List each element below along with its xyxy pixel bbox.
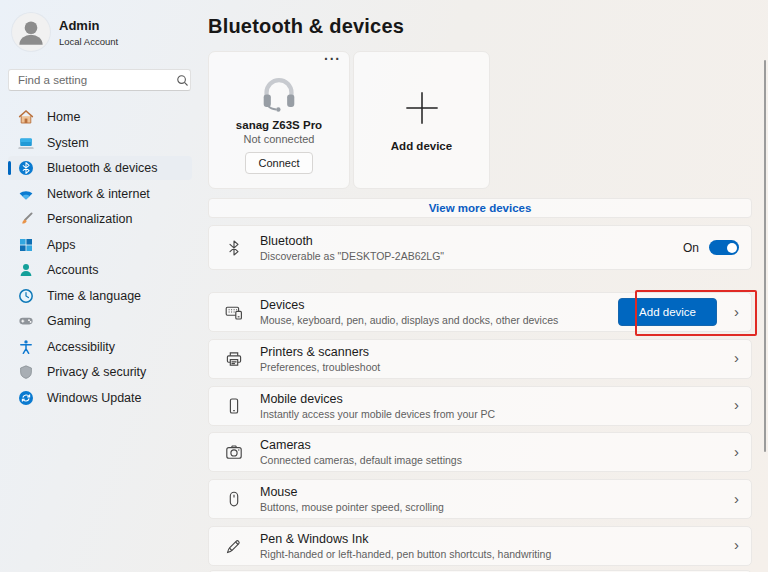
chevron-right-icon: › (734, 491, 739, 508)
smartphone-icon (224, 396, 244, 416)
search-icon (176, 74, 189, 87)
pen-icon (224, 536, 244, 556)
sidebar-item-label: Accounts (47, 263, 98, 277)
bluetooth-rune-icon (224, 238, 244, 258)
row-subtitle: Connected cameras, default image setting… (260, 454, 462, 466)
row-title: Devices (260, 298, 558, 312)
device-status: Not connected (244, 133, 315, 145)
search-box[interactable] (8, 69, 191, 91)
sidebar-item-label: Personalization (47, 212, 132, 226)
view-more-devices-link[interactable]: View more devices (208, 198, 752, 218)
sidebar-item-system[interactable]: System (8, 131, 192, 155)
avatar (12, 13, 50, 51)
row-subtitle: Right-handed or left-handed, pen button … (260, 548, 551, 560)
row-subtitle: Buttons, mouse pointer speed, scrolling (260, 501, 444, 513)
settings-row-mouse[interactable]: Mouse Buttons, mouse pointer speed, scro… (208, 479, 752, 519)
sidebar-item-home[interactable]: Home (8, 105, 192, 129)
sidebar-item-label: System (47, 136, 89, 150)
system-icon (18, 135, 34, 151)
row-subtitle: Instantly access your mobile devices fro… (260, 408, 495, 420)
row-subtitle: Preferences, troubleshoot (260, 361, 380, 373)
home-icon (18, 109, 34, 125)
row-subtitle: Mouse, keyboard, pen, audio, displays an… (260, 314, 558, 326)
settings-row-cameras[interactable]: Cameras Connected cameras, default image… (208, 432, 752, 472)
search-input[interactable] (9, 74, 176, 86)
bluetooth-icon (18, 160, 34, 176)
sidebar-item-label: Time & language (47, 289, 141, 303)
sidebar-item-windows-update[interactable]: Windows Update (8, 386, 192, 410)
sidebar-item-label: Network & internet (47, 187, 150, 201)
accessibility-person-icon (18, 339, 34, 355)
sidebar-item-bluetooth-devices[interactable]: Bluetooth & devices (8, 156, 192, 180)
headphones-icon (256, 72, 302, 116)
wifi-icon (18, 186, 34, 202)
sidebar-item-label: Apps (47, 238, 76, 252)
sidebar-item-label: Bluetooth & devices (47, 161, 158, 175)
row-title: Cameras (260, 438, 462, 452)
chevron-right-icon: › (734, 350, 739, 367)
sidebar-item-privacy-security[interactable]: Privacy & security (8, 360, 192, 384)
settings-rows: Devices Mouse, keyboard, pen, audio, dis… (208, 292, 752, 572)
devices-icon (224, 302, 244, 322)
row-title: Mouse (260, 485, 444, 499)
update-arrows-icon (18, 390, 34, 406)
shield-icon (18, 364, 34, 380)
account-info: Admin Local Account (12, 13, 118, 51)
sidebar-item-accounts[interactable]: Accounts (8, 258, 192, 282)
plus-icon (403, 89, 441, 127)
toggle-state-label: On (683, 241, 699, 255)
main-content: Bluetooth & devices ··· sanag Z63S Pro N… (208, 0, 752, 572)
person-icon (12, 13, 50, 51)
account-name: Admin (59, 18, 118, 33)
sidebar-item-apps[interactable]: Apps (8, 233, 192, 257)
sidebar-nav: Home System Bluetooth & devices Network … (8, 105, 192, 411)
sidebar-item-label: Accessibility (47, 340, 115, 354)
sidebar-item-accessibility[interactable]: Accessibility (8, 335, 192, 359)
row-title: Bluetooth (260, 234, 444, 248)
bluetooth-toggle[interactable] (709, 240, 739, 255)
settings-row-mobile-devices[interactable]: Mobile devices Instantly access your mob… (208, 386, 752, 426)
sidebar-item-label: Gaming (47, 314, 91, 328)
camera-icon (224, 442, 244, 462)
row-title: Printers & scanners (260, 345, 380, 359)
add-device-button[interactable]: Add device (618, 298, 717, 326)
sidebar-item-network-internet[interactable]: Network & internet (8, 182, 192, 206)
chevron-right-icon: › (734, 444, 739, 461)
sidebar-item-label: Windows Update (47, 391, 142, 405)
gamepad-icon (18, 313, 34, 329)
settings-row-pen-windows-ink[interactable]: Pen & Windows Ink Right-handed or left-h… (208, 526, 752, 566)
row-title: Mobile devices (260, 392, 495, 406)
sidebar-item-label: Privacy & security (47, 365, 146, 379)
selected-indicator (8, 161, 11, 175)
person-icon (18, 262, 34, 278)
device-name: sanag Z63S Pro (236, 119, 322, 131)
paintbrush-icon (18, 211, 34, 227)
row-subtitle: Discoverable as "DESKTOP-2AB62LG" (260, 250, 444, 262)
settings-sidebar: Admin Local Account Home System Bluetoot… (0, 0, 200, 572)
page-title: Bluetooth & devices (208, 15, 404, 38)
scrollbar-thumb[interactable] (764, 60, 766, 452)
sidebar-item-personalization[interactable]: Personalization (8, 207, 192, 231)
settings-row-printers-scanners[interactable]: Printers & scanners Preferences, trouble… (208, 339, 752, 379)
add-device-card[interactable]: Add device (353, 51, 490, 189)
toggle-knob (727, 243, 737, 253)
clock-icon (18, 288, 34, 304)
apps-grid-icon (18, 237, 34, 253)
more-options-icon[interactable]: ··· (324, 51, 341, 67)
device-card-headset: ··· sanag Z63S Pro Not connected Connect (208, 51, 350, 189)
chevron-right-icon: › (734, 537, 739, 554)
mouse-icon (224, 489, 244, 509)
account-type: Local Account (59, 36, 118, 47)
sidebar-item-time-language[interactable]: Time & language (8, 284, 192, 308)
settings-row-devices[interactable]: Devices Mouse, keyboard, pen, audio, dis… (208, 292, 752, 332)
sidebar-item-gaming[interactable]: Gaming (8, 309, 192, 333)
connect-button[interactable]: Connect (245, 152, 314, 174)
add-device-label: Add device (391, 140, 452, 152)
printer-icon (224, 349, 244, 369)
chevron-right-icon: › (734, 397, 739, 414)
chevron-right-icon: › (734, 304, 739, 321)
sidebar-item-label: Home (47, 110, 80, 124)
bluetooth-toggle-row: Bluetooth Discoverable as "DESKTOP-2AB62… (208, 225, 752, 270)
row-title: Pen & Windows Ink (260, 532, 551, 546)
device-cards: ··· sanag Z63S Pro Not connected Connect… (208, 51, 490, 189)
